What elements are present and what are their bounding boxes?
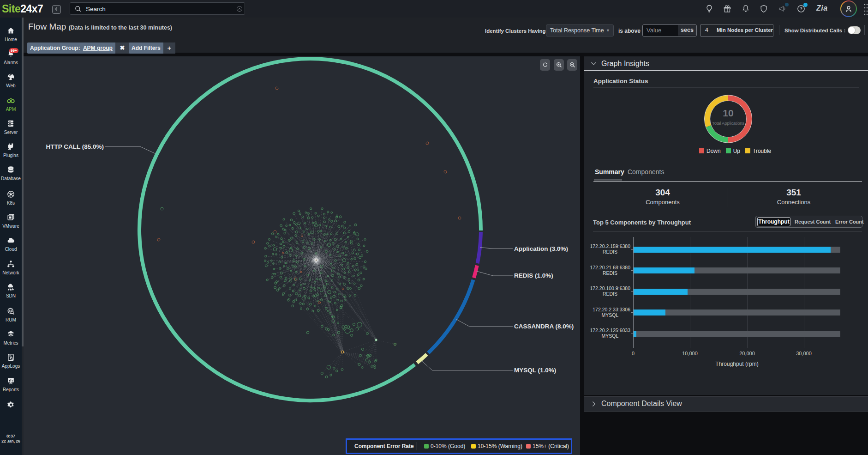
svg-text:HTTP CALL (85.0%): HTTP CALL (85.0%) [46, 143, 104, 150]
svg-text:Application (3.0%): Application (3.0%) [514, 245, 568, 252]
svg-text:?: ? [800, 6, 802, 11]
svg-text:CASSANDRA (8.0%): CASSANDRA (8.0%) [514, 323, 574, 330]
svg-text:MYSQL (1.0%): MYSQL (1.0%) [514, 367, 556, 374]
svg-text:~: ~ [11, 354, 12, 357]
svg-text:REDIS (1.0%): REDIS (1.0%) [514, 272, 553, 279]
